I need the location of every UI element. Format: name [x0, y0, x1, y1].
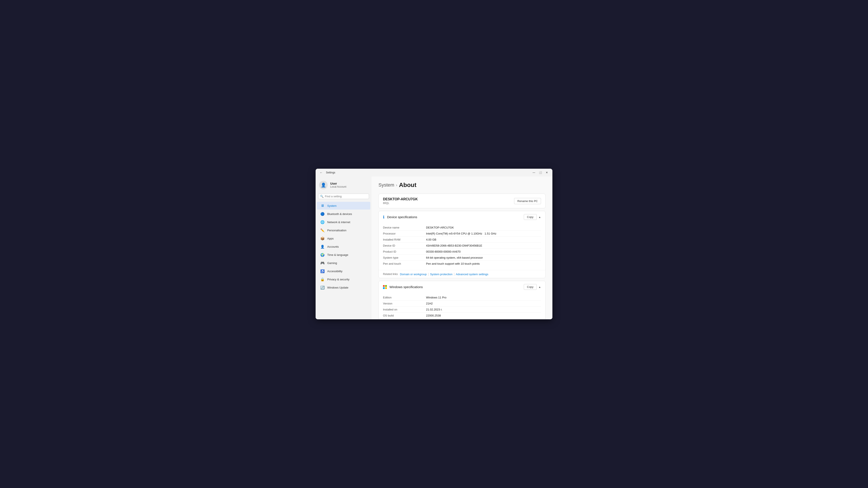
spec-row-system-type: System type 64-bit operating system, x64… — [383, 255, 541, 261]
search-box[interactable]: 🔍 — [318, 194, 369, 199]
accounts-icon: 👤 — [320, 245, 324, 249]
spec-label-device-id: Device ID — [383, 244, 426, 247]
spec-label-os-build: OS build — [383, 314, 426, 317]
nav-label-gaming: Gaming — [327, 261, 337, 265]
windows-specs-card: Windows specifications Copy ▲ Edition Wi… — [378, 281, 546, 319]
spec-value-os-build: 22000.2538 — [426, 314, 441, 317]
windows-specs-chevron: ▲ — [538, 286, 541, 289]
back-button[interactable]: ← — [318, 169, 324, 175]
personalisation-icon: ✏️ — [320, 228, 324, 232]
nav-label-apps: Apps — [327, 237, 334, 240]
nav-label-time: Time & language — [327, 253, 348, 257]
spec-label-version: Version — [383, 302, 426, 305]
related-link-protection[interactable]: System protection — [430, 272, 453, 276]
nav-privacy[interactable]: 🔒 Privacy & security — [317, 275, 370, 283]
related-link-advanced[interactable]: Advanced system settings — [456, 272, 488, 276]
system-icon: 🖥 — [320, 203, 324, 208]
nav-apps[interactable]: 📦 Apps — [317, 234, 370, 242]
privacy-icon: 🔒 — [320, 277, 324, 282]
breadcrumb: System › About — [378, 182, 546, 189]
spec-label-device-name: Device name — [383, 226, 426, 229]
nav-label-bluetooth: Bluetooth & devices — [327, 213, 352, 216]
user-account-type: Local Account — [330, 185, 346, 188]
spec-row-ram: Installed RAM 4.00 GB — [383, 237, 541, 243]
device-specs-copy-button[interactable]: Copy — [524, 214, 537, 220]
spec-label-ram: Installed RAM — [383, 238, 426, 241]
windows-logo-icon — [383, 285, 387, 289]
nav-label-privacy: Privacy & security — [327, 278, 349, 281]
search-icon: 🔍 — [320, 195, 323, 198]
pc-name-info: DESKTOP-ARCU7GK 80QL — [383, 197, 418, 205]
nav-network[interactable]: 🌐 Network & internet — [317, 218, 370, 226]
device-specs-actions: Copy ▲ — [524, 214, 541, 220]
window-title: Settings — [326, 171, 335, 174]
spec-row-device-id: Device ID 43A49D58-2066-4B53-B230-D94F30… — [383, 243, 541, 249]
user-info: User Local Account — [330, 182, 346, 188]
nav-system[interactable]: 🖥 System — [317, 202, 370, 209]
close-button[interactable]: ✕ — [544, 169, 550, 175]
spec-row-product-id: Product ID 00330-80000-00000-AA670 — [383, 249, 541, 255]
spec-row-version: Version 21H2 — [383, 301, 541, 306]
device-specs-body: Device name DESKTOP-ARCU7GK Processor In… — [379, 223, 545, 270]
title-bar-left: ← Settings — [318, 169, 335, 175]
link-sep-1: | — [428, 272, 429, 276]
device-specs-icon: ℹ — [383, 215, 384, 220]
window-controls: — ⬜ ✕ — [531, 169, 550, 175]
pc-name: DESKTOP-ARCU7GK — [383, 197, 418, 201]
sidebar: 👤 User Local Account 🔍 🖥 System 🔵 Blueto… — [316, 176, 372, 319]
windows-specs-copy-button[interactable]: Copy — [524, 284, 537, 290]
windows-specs-actions: Copy ▲ — [524, 284, 541, 290]
time-icon: 🌍 — [320, 253, 324, 257]
search-input[interactable] — [325, 195, 367, 198]
nav-bluetooth[interactable]: 🔵 Bluetooth & devices — [317, 210, 370, 218]
gaming-icon: 🎮 — [320, 261, 324, 265]
update-icon: 🔄 — [320, 285, 324, 290]
nav-label-personalisation: Personalisation — [327, 229, 346, 232]
main-content: System › About DESKTOP-ARCU7GK 80QL Rena… — [372, 176, 552, 319]
spec-label-pen: Pen and touch — [383, 262, 426, 265]
nav-label-update: Windows Update — [327, 286, 348, 289]
nav-time[interactable]: 🌍 Time & language — [317, 251, 370, 259]
nav-accessibility[interactable]: ♿ Accessibility — [317, 267, 370, 275]
spec-row-os-build: OS build 22000.2538 — [383, 313, 541, 319]
device-specs-header[interactable]: ℹ Device specifications Copy ▲ — [379, 211, 545, 223]
rename-pc-button[interactable]: Rename this PC — [514, 198, 541, 204]
nav-personalisation[interactable]: ✏️ Personalisation — [317, 226, 370, 234]
bluetooth-icon: 🔵 — [320, 212, 324, 216]
spec-label-edition: Edition — [383, 296, 426, 299]
spec-value-pen: Pen and touch support with 10 touch poin… — [426, 262, 479, 265]
nav-label-accounts: Accounts — [327, 245, 339, 248]
spec-value-product-id: 00330-80000-00000-AA670 — [426, 250, 461, 253]
windows-specs-title: Windows specifications — [390, 285, 423, 289]
link-sep-2: | — [454, 272, 455, 276]
nav-label-accessibility: Accessibility — [327, 270, 342, 273]
device-specs-chevron: ▲ — [538, 216, 541, 219]
breadcrumb-current: About — [399, 182, 416, 189]
accessibility-icon: ♿ — [320, 269, 324, 273]
spec-value-system-type: 64-bit operating system, x64-based proce… — [426, 256, 483, 259]
nav-accounts[interactable]: 👤 Accounts — [317, 243, 370, 251]
spec-value-version: 21H2 — [426, 302, 433, 305]
minimize-button[interactable]: — — [531, 169, 537, 175]
spec-value-ram: 4.00 GB — [426, 238, 436, 241]
windows-specs-header-left: Windows specifications — [383, 285, 423, 289]
spec-label-processor: Processor — [383, 232, 426, 235]
spec-row-processor: Processor Intel(R) Core(TM) m5-6Y54 CPU … — [383, 231, 541, 237]
user-section: 👤 User Local Account — [316, 178, 372, 193]
nav-gaming[interactable]: 🎮 Gaming — [317, 259, 370, 267]
windows-specs-body: Edition Windows 11 Pro Version 21H2 Inst… — [379, 293, 545, 319]
spec-row-installed-on: Installed on 21.02.2023 г. — [383, 306, 541, 313]
breadcrumb-parent[interactable]: System — [378, 182, 394, 188]
pc-name-section: DESKTOP-ARCU7GK 80QL Rename this PC — [378, 194, 546, 208]
avatar: 👤 — [319, 181, 328, 189]
spec-label-system-type: System type — [383, 256, 426, 259]
nav-update[interactable]: 🔄 Windows Update — [317, 284, 370, 291]
spec-value-processor: Intel(R) Core(TM) m5-6Y54 CPU @ 1.10GHz … — [426, 232, 496, 235]
spec-label-product-id: Product ID — [383, 250, 426, 253]
user-name: User — [330, 182, 346, 185]
related-link-domain[interactable]: Domain or workgroup — [400, 272, 427, 276]
maximize-button[interactable]: ⬜ — [537, 169, 544, 175]
device-specs-title: Device specifications — [387, 215, 417, 219]
windows-specs-header[interactable]: Windows specifications Copy ▲ — [379, 281, 545, 293]
nav-label-network: Network & internet — [327, 221, 350, 224]
